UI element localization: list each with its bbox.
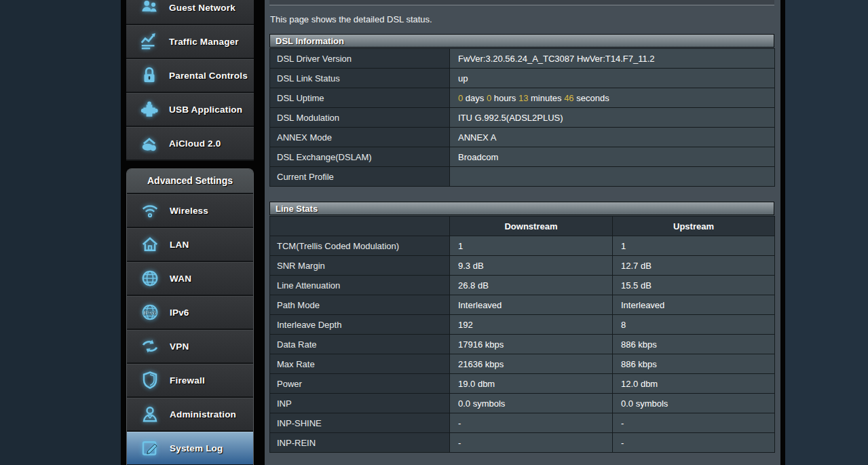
row-value: Broadcom <box>450 147 775 167</box>
row-label: Data Rate <box>270 335 450 354</box>
traffic-manager-icon <box>139 31 159 52</box>
row-value: Interleaved <box>450 295 613 315</box>
sidebar-item-administration[interactable]: Administration <box>127 398 253 432</box>
corner-cell <box>270 217 450 236</box>
row-label: DSL Modulation <box>270 108 450 128</box>
row-label: DSL Exchange(DSLAM) <box>270 147 450 167</box>
highlighted-number: 13 <box>518 93 528 103</box>
row-value <box>450 167 775 187</box>
row-value: - <box>450 413 613 433</box>
sidebar-item-label: AiCloud 2.0 <box>169 138 221 149</box>
page-background-right <box>785 0 868 465</box>
table-row: Max Rate21636 kbps886 kbps <box>270 354 775 374</box>
row-value: up <box>450 69 775 88</box>
system-log-icon <box>140 438 160 458</box>
highlighted-number: 0 <box>487 93 491 103</box>
table-row: DSL Driver VersionFwVer:3.20.56.24_A_TC3… <box>270 49 775 69</box>
wan-icon <box>140 268 160 289</box>
sidebar-item-lan[interactable]: LAN <box>127 228 253 262</box>
dsl-information-table: DSL Driver VersionFwVer:3.20.56.24_A_TC3… <box>269 48 775 187</box>
row-label: SNR Margin <box>270 256 450 276</box>
firewall-icon <box>140 370 160 390</box>
row-value: FwVer:3.20.56.24_A_TC3087 HwVer:T14.F7_1… <box>450 49 775 69</box>
column-header-row: DownstreamUpstream <box>270 217 775 236</box>
sidebar-item-wireless[interactable]: Wireless <box>127 194 253 228</box>
sidebar-item-label: Parental Controls <box>169 71 248 81</box>
table-row: INP0.0 symbols0.0 symbols <box>270 394 775 413</box>
page-description: This page shows the detailed DSL status. <box>270 14 432 24</box>
table-row: DSL Uptime0 days 0 hours 13 minutes 46 s… <box>270 88 775 108</box>
sidebar-item-wan[interactable]: WAN <box>127 262 253 296</box>
guest-network-icon <box>139 0 159 18</box>
parental-controls-icon <box>139 65 159 86</box>
sidebar-item-label: LAN <box>170 240 189 250</box>
sidebar-item-label: Guest Network <box>169 3 235 13</box>
highlighted-number: 46 <box>564 93 573 103</box>
row-value: 15.5 dB <box>613 276 775 295</box>
table-row: SNR Margin9.3 dB12.7 dB <box>270 256 775 276</box>
table-row: DSL ModulationITU G.992.5(ADSL2PLUS) <box>270 108 775 128</box>
sidebar-item-vpn[interactable]: VPN <box>127 330 253 364</box>
sidebar-item-aicloud-2-0[interactable]: AiCloud 2.0 <box>126 127 254 161</box>
row-value: 12.7 dB <box>613 256 775 276</box>
table-row: Line Attenuation26.8 dB15.5 dB <box>270 276 775 295</box>
row-label: INP-REIN <box>270 433 450 453</box>
row-value: 19.0 dbm <box>450 374 613 394</box>
sidebar-item-parental-controls[interactable]: Parental Controls <box>126 59 254 93</box>
row-label: Max Rate <box>270 354 450 374</box>
advanced-settings-block: Advanced Settings WirelessLANWANIPv6IPv6… <box>126 168 254 465</box>
row-label: Line Attenuation <box>270 276 450 295</box>
row-value: 1 <box>450 236 613 256</box>
sidebar-item-firewall[interactable]: Firewall <box>127 364 253 398</box>
sidebar: Guest NetworkTraffic ManagerParental Con… <box>126 0 254 465</box>
row-label: TCM(Trellis Coded Modulation) <box>270 236 450 256</box>
row-label: Path Mode <box>270 295 450 315</box>
sidebar-item-guest-network[interactable]: Guest Network <box>126 0 254 25</box>
administration-icon <box>140 404 160 424</box>
sidebar-item-traffic-manager[interactable]: Traffic Manager <box>126 25 254 59</box>
main-content: This page shows the detailed DSL status.… <box>265 0 780 465</box>
sidebar-top-group: Guest NetworkTraffic ManagerParental Con… <box>126 0 254 161</box>
highlighted-number: 0 <box>458 93 463 103</box>
row-value: 26.8 dB <box>450 276 613 295</box>
row-value: 886 kbps <box>613 335 775 354</box>
column-header-upstream: Upstream <box>613 217 775 236</box>
table-row: INP-REIN-- <box>270 433 775 453</box>
dsl-information-header: DSL Information <box>269 34 774 48</box>
table-row: Path ModeInterleavedInterleaved <box>270 295 775 315</box>
usb-application-icon <box>139 99 159 119</box>
row-value: 21636 kbps <box>450 354 613 374</box>
table-row: Interleave Depth1928 <box>270 315 775 335</box>
sidebar-item-label: USB Application <box>169 105 242 115</box>
row-value: Interleaved <box>613 295 775 315</box>
row-value: 9.3 dB <box>450 256 613 276</box>
sidebar-item-ipv6[interactable]: IPv6IPv6 <box>127 296 253 330</box>
table-row: DSL Link Statusup <box>270 69 775 88</box>
column-header-downstream: Downstream <box>450 217 613 236</box>
svg-text:IPv6: IPv6 <box>143 310 156 316</box>
line-stats-table: DownstreamUpstream TCM(Trellis Coded Mod… <box>269 216 775 453</box>
row-label: DSL Uptime <box>270 88 450 108</box>
row-label: Power <box>270 374 450 394</box>
row-value: - <box>613 413 775 433</box>
row-label: ANNEX Mode <box>270 128 450 147</box>
wireless-icon <box>140 200 160 221</box>
sidebar-item-usb-application[interactable]: USB Application <box>126 93 254 127</box>
row-value: - <box>613 433 775 453</box>
aicloud-icon <box>139 133 159 153</box>
table-row: Data Rate17916 kbps886 kbps <box>270 335 775 354</box>
sidebar-item-label: Wireless <box>170 206 208 216</box>
line-stats-header: Line Stats <box>269 202 774 215</box>
sidebar-item-label: Administration <box>170 409 236 420</box>
row-label: Current Profile <box>270 167 450 187</box>
row-label: INP <box>270 394 450 413</box>
sidebar-item-system-log[interactable]: System Log <box>127 432 253 465</box>
row-value: 192 <box>450 315 613 335</box>
sidebar-item-label: VPN <box>170 341 189 352</box>
table-row: ANNEX ModeANNEX A <box>270 128 775 147</box>
sidebar-item-label: Firewall <box>170 375 205 386</box>
row-label: DSL Link Status <box>270 69 450 88</box>
row-value: - <box>450 433 613 453</box>
advanced-settings-list: WirelessLANWANIPv6IPv6VPNFirewallAdminis… <box>127 194 253 465</box>
row-value: ITU G.992.5(ADSL2PLUS) <box>450 108 775 128</box>
